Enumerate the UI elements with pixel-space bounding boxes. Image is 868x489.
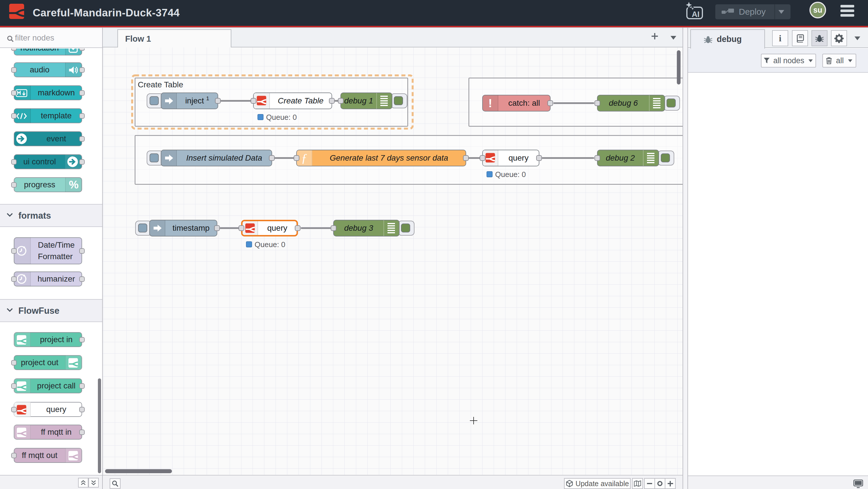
svg-text:AI: AI [692,10,700,19]
